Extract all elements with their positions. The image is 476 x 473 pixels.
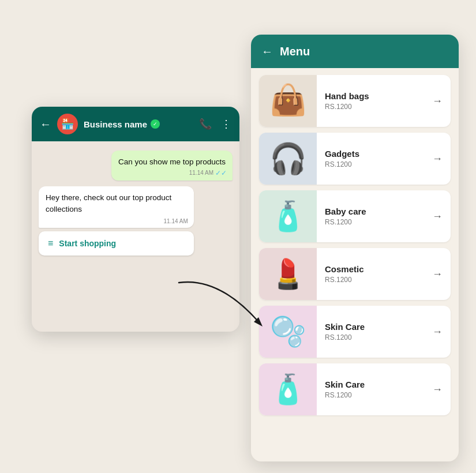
outgoing-message-text: Can you show me top products	[118, 157, 226, 166]
product-info: Hand bags RS.1200	[317, 91, 432, 111]
product-price: RS.1200	[325, 391, 424, 399]
arrow-icon: →	[432, 268, 451, 280]
cosmetic-icon	[270, 257, 306, 291]
babycare-icon	[270, 200, 306, 233]
handbag-icon	[269, 82, 307, 120]
business-name: Business name	[84, 119, 147, 129]
incoming-message-text: Hey there, check out our top product col…	[46, 193, 171, 213]
more-menu-icon[interactable]: ⋮	[221, 118, 231, 130]
incoming-message: Hey there, check out our top product col…	[39, 186, 194, 228]
verified-badge: ✓	[151, 119, 160, 129]
product-name: Skin Care	[325, 380, 424, 389]
menu-header: ← Menu	[251, 35, 459, 68]
arrow-icon: →	[432, 384, 451, 396]
incoming-message-meta: 11.14 AM	[164, 218, 188, 224]
arrow-icon: →	[432, 153, 451, 165]
chat-header: ← 🏪 Business name ✓ 📞 ⋮	[32, 107, 239, 141]
product-name: Cosmetic	[325, 264, 424, 274]
start-shopping-label: Start shopping	[59, 239, 116, 248]
chat-header-icons: 📞 ⋮	[199, 118, 231, 130]
menu-title: Menu	[280, 45, 310, 58]
arrow-icon: →	[432, 326, 451, 338]
message-meta: 11.14 AM ✓✓	[189, 169, 227, 177]
product-info: Skin Care RS.1200	[317, 322, 432, 341]
connecting-arrow	[167, 271, 271, 340]
start-shopping-button[interactable]: ≡ Start shopping	[39, 231, 194, 256]
product-name: Gadgets	[325, 149, 424, 159]
product-name: Skin Care	[325, 322, 424, 332]
outgoing-message: Can you show me top products 11.14 AM ✓✓	[111, 151, 233, 181]
product-price: RS.1200	[325, 333, 424, 341]
skincare2-icon	[270, 373, 306, 406]
product-info: Skin Care RS.1200	[317, 380, 432, 399]
product-price: RS.1200	[325, 218, 424, 226]
headphones-icon	[269, 141, 307, 177]
product-image	[259, 133, 317, 185]
read-ticks: ✓✓	[215, 169, 227, 177]
product-info: Gadgets RS.1200	[317, 149, 432, 168]
arrow-icon: →	[432, 95, 451, 107]
arrow-icon: →	[432, 211, 451, 223]
phone-icon[interactable]: 📞	[199, 118, 212, 130]
incoming-message-time: 11.14 AM	[164, 218, 188, 224]
list-item[interactable]: Skin Care RS.1200 →	[259, 363, 451, 415]
menu-back-icon[interactable]: ←	[261, 45, 273, 58]
menu-list: Hand bags RS.1200 → Gadgets RS.1200 → Ba…	[251, 68, 459, 461]
product-price: RS.1200	[325, 276, 424, 284]
back-icon[interactable]: ←	[40, 118, 51, 131]
product-price: RS.1200	[325, 160, 424, 168]
avatar: 🏪	[57, 114, 78, 134]
message-time: 11.14 AM	[189, 170, 213, 176]
product-info: Cosmetic RS.1200	[317, 264, 432, 284]
product-image	[259, 190, 317, 242]
chat-header-info: Business name ✓	[84, 119, 193, 129]
skincare1-icon	[270, 315, 306, 348]
list-icon: ≡	[48, 238, 53, 249]
list-item[interactable]: Baby care RS.1200 →	[259, 190, 451, 242]
product-image	[259, 75, 317, 127]
list-item[interactable]: Hand bags RS.1200 →	[259, 75, 451, 127]
list-item[interactable]: Skin Care RS.1200 →	[259, 306, 451, 358]
product-info: Baby care RS.1200	[317, 207, 432, 226]
product-name: Hand bags	[325, 91, 424, 101]
product-price: RS.1200	[325, 103, 424, 111]
list-item[interactable]: Cosmetic RS.1200 →	[259, 248, 451, 300]
product-image	[259, 363, 317, 415]
product-name: Baby care	[325, 207, 424, 216]
incoming-message-wrapper: Hey there, check out our top product col…	[39, 186, 194, 256]
list-item[interactable]: Gadgets RS.1200 →	[259, 133, 451, 185]
menu-panel: ← Menu Hand bags RS.1200 → Gadgets RS.12…	[251, 35, 459, 461]
